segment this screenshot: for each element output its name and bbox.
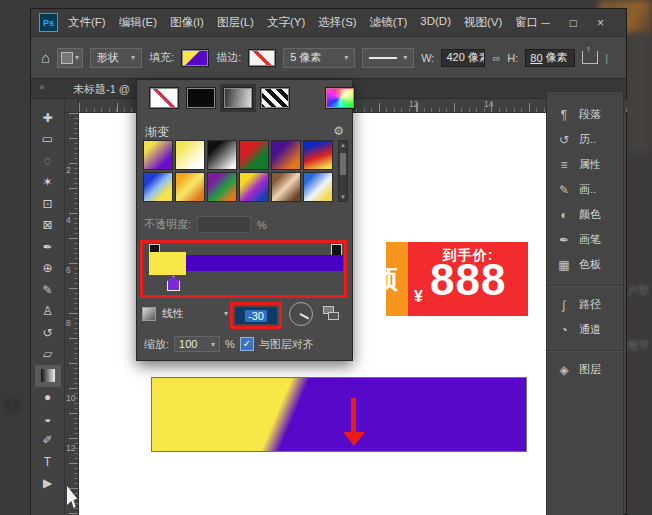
- scrollbar-thumb[interactable]: [340, 153, 346, 175]
- scale-label: 缩放:: [144, 337, 169, 352]
- gradient-tool[interactable]: [35, 365, 61, 387]
- panel-brush-settings[interactable]: ✎ 画..: [547, 177, 623, 202]
- width-field[interactable]: 420 像素: [441, 49, 485, 67]
- angle-field[interactable]: -30: [235, 307, 277, 324]
- gradient-style-icon: [142, 307, 156, 321]
- tool-preset-picker[interactable]: ▾: [57, 48, 83, 68]
- panel-paragraph[interactable]: ¶ 段落: [547, 102, 623, 127]
- marquee-tool[interactable]: ▭: [35, 129, 61, 151]
- maximize-button[interactable]: □: [570, 16, 577, 30]
- stroke-type-select[interactable]: ▾: [362, 48, 414, 68]
- banner-price: 888: [430, 258, 506, 302]
- stroke-swatch[interactable]: [248, 49, 276, 67]
- align-checkbox[interactable]: ✓: [240, 337, 254, 351]
- type-tool[interactable]: T: [35, 451, 61, 473]
- menu-edit[interactable]: 编辑(E): [119, 15, 157, 30]
- pen-tool[interactable]: ✐: [35, 430, 61, 452]
- gradient-bar-purple[interactable]: [186, 255, 343, 271]
- lasso-tool[interactable]: ◌: [35, 150, 61, 172]
- angle-dial[interactable]: [289, 302, 313, 326]
- panel-properties[interactable]: ≡ 属性: [547, 152, 623, 177]
- color-stop[interactable]: [167, 276, 180, 291]
- minimize-button[interactable]: ─: [541, 16, 550, 30]
- panel-layers[interactable]: ◈ 图层: [547, 357, 623, 382]
- menu-window[interactable]: 窗口: [515, 15, 538, 30]
- gradient-blue-white-yellow[interactable]: [303, 172, 333, 202]
- gradient-swatch-grid: [143, 140, 335, 202]
- gradient-red-green[interactable]: [239, 140, 269, 170]
- path-select-tool[interactable]: ▶: [35, 473, 61, 495]
- menu-type[interactable]: 文字(Y): [267, 15, 305, 30]
- menu-bar: Ps 文件(F)编辑(E)图像(I)图层(L)文字(Y)选择(S)滤镜(T)3D…: [31, 9, 626, 37]
- banner-red-block: 到手价: ¥ 888: [408, 242, 528, 316]
- opacity-field[interactable]: [197, 216, 251, 233]
- menu-image[interactable]: 图像(I): [170, 15, 204, 30]
- gradient-purple-green-orange[interactable]: [207, 172, 237, 202]
- vertical-ruler[interactable]: 2468101214: [65, 113, 79, 515]
- gradient-black-white[interactable]: [207, 140, 237, 170]
- gradient-yellow-purple-blue[interactable]: [239, 172, 269, 202]
- magic-wand-tool[interactable]: ✶: [35, 172, 61, 194]
- home-icon[interactable]: ⌂: [41, 49, 50, 66]
- scroll-down-icon[interactable]: ▼: [339, 193, 347, 201]
- scroll-up-icon[interactable]: ▲: [339, 141, 347, 149]
- gradient-orange-yellow[interactable]: [175, 172, 205, 202]
- menu-filter[interactable]: 滤镜(T): [370, 15, 408, 30]
- crop-tool[interactable]: ⊡: [35, 193, 61, 215]
- swatch-scrollbar[interactable]: ▲ ▼: [338, 140, 348, 202]
- clone-stamp-tool[interactable]: ♙: [35, 301, 61, 323]
- fill-label: 填充:: [149, 50, 174, 65]
- gradient-yellow-transparent[interactable]: [175, 140, 205, 170]
- gradient-yellow-purple[interactable]: [143, 140, 173, 170]
- dodge-tool[interactable]: ◒: [35, 408, 61, 430]
- menu-layer[interactable]: 图层(L): [217, 15, 254, 30]
- ruler-number: 6: [66, 265, 71, 275]
- blur-tool[interactable]: ●: [35, 387, 61, 409]
- panel-brushes[interactable]: ✒ 画笔: [547, 227, 623, 252]
- height-field[interactable]: 80像素: [525, 49, 575, 67]
- stroke-width-select[interactable]: 5 像素▾: [283, 48, 355, 68]
- tool-icon: ◌: [41, 154, 55, 167]
- brush-tool[interactable]: ✎: [35, 279, 61, 301]
- panel-channels[interactable]: ◔ 通道: [547, 317, 623, 342]
- no-fill-button[interactable]: [149, 87, 179, 109]
- frame-tool[interactable]: ⊠: [35, 215, 61, 237]
- eraser-tool[interactable]: ▱: [35, 344, 61, 366]
- solid-fill-button[interactable]: [186, 87, 216, 109]
- menu-view[interactable]: 视图(V): [464, 15, 502, 30]
- gradient-style-row[interactable]: 线性 ▾: [142, 306, 228, 321]
- gradient-bar-yellow[interactable]: [149, 252, 186, 275]
- gradient-copper[interactable]: [271, 172, 301, 202]
- panel-swatches[interactable]: ▦ 色板: [547, 252, 623, 277]
- pattern-fill-button[interactable]: [260, 87, 290, 109]
- fill-swatch[interactable]: [181, 49, 209, 67]
- link-dimensions-icon[interactable]: ∞: [492, 52, 500, 64]
- menu-3d[interactable]: 3D(D): [420, 15, 451, 30]
- panel-color[interactable]: ◐ 颜色: [547, 202, 623, 227]
- menu-select[interactable]: 选择(S): [318, 15, 356, 30]
- panel-paths[interactable]: ∫ 路径: [547, 292, 623, 317]
- close-button[interactable]: ×: [597, 16, 604, 30]
- eyedropper-tool[interactable]: ✒: [35, 236, 61, 258]
- gradient-blue-yellow[interactable]: [143, 172, 173, 202]
- collapse-panels-icon[interactable]: »: [39, 82, 45, 92]
- panel-history[interactable]: ↺ 历..: [547, 127, 623, 152]
- gradient-shape-rect[interactable]: [151, 377, 527, 452]
- gradient-blue-red-yellow[interactable]: [303, 140, 333, 170]
- move-tool[interactable]: ✚: [35, 107, 61, 129]
- healing-brush-tool[interactable]: ⊕: [35, 258, 61, 280]
- window-controls: ─ □ ×: [541, 9, 604, 37]
- document-tab[interactable]: 未标题-1 @: [73, 82, 130, 97]
- gradient-purple-orange[interactable]: [271, 140, 301, 170]
- menu-file[interactable]: 文件(F): [68, 15, 106, 30]
- gradient-fill-button[interactable]: [223, 87, 253, 109]
- tool-icon: ●: [41, 391, 55, 404]
- scale-select[interactable]: 100▾: [174, 336, 220, 352]
- export-icon[interactable]: ↑: [582, 51, 598, 64]
- tool-mode-select[interactable]: 形状▾: [90, 48, 142, 68]
- width-label: W:: [421, 52, 434, 64]
- history-brush-tool[interactable]: ↺: [35, 322, 61, 344]
- gear-icon[interactable]: ⚙: [333, 124, 344, 141]
- reverse-gradient-icon[interactable]: [323, 306, 339, 320]
- color-picker-button[interactable]: [325, 87, 355, 109]
